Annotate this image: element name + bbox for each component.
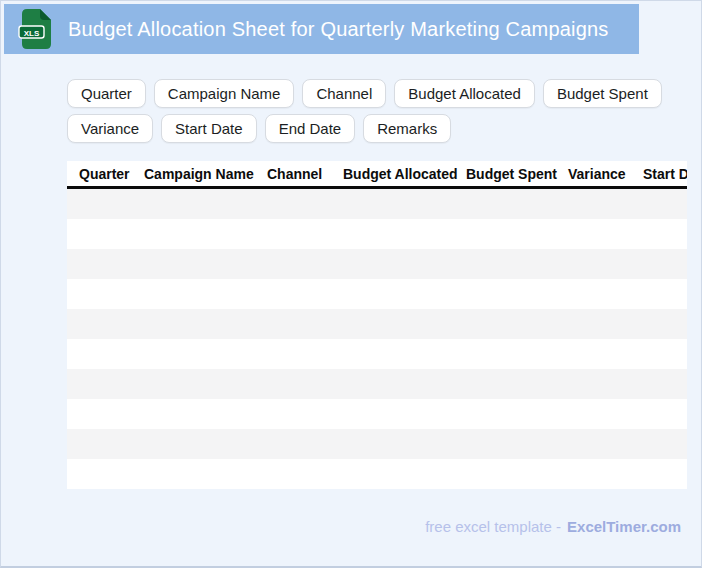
table-row	[67, 399, 687, 429]
table-row	[67, 429, 687, 459]
chip-budget-spent[interactable]: Budget Spent	[543, 79, 662, 108]
column-chips: Quarter Campaign Name Channel Budget All…	[67, 79, 699, 143]
table-row	[67, 279, 687, 309]
chip-campaign-name[interactable]: Campaign Name	[154, 79, 295, 108]
xls-band-label: XLS	[24, 29, 40, 38]
col-header-budget-spent: Budget Spent	[466, 166, 557, 182]
table-header-row: Quarter Campaign Name Channel Budget All…	[67, 161, 687, 189]
page-title: Budget Allocation Sheet for Quarterly Ma…	[68, 18, 609, 41]
chip-remarks[interactable]: Remarks	[363, 114, 451, 143]
table-row	[67, 309, 687, 339]
footer-text: free excel template -	[425, 518, 561, 535]
col-header-quarter: Quarter	[79, 166, 130, 182]
table-row	[67, 249, 687, 279]
table-row	[67, 339, 687, 369]
file-fold	[40, 9, 51, 20]
col-header-campaign-name: Campaign Name	[144, 166, 254, 182]
chip-budget-allocated[interactable]: Budget Allocated	[394, 79, 535, 108]
col-header-budget-allocated: Budget Allocated	[343, 166, 458, 182]
header-bar: XLS Budget Allocation Sheet for Quarterl…	[4, 4, 639, 54]
footer-brand-link[interactable]: ExcelTimer.com	[567, 518, 681, 535]
table-row	[67, 219, 687, 249]
chip-end-date[interactable]: End Date	[265, 114, 356, 143]
xls-file-icon: XLS	[18, 8, 54, 50]
col-header-variance: Variance	[568, 166, 626, 182]
table-row	[67, 459, 687, 489]
chip-start-date[interactable]: Start Date	[161, 114, 257, 143]
table-row	[67, 189, 687, 219]
chip-channel[interactable]: Channel	[302, 79, 386, 108]
footer: free excel template -ExcelTimer.com	[425, 518, 681, 535]
table-row	[67, 369, 687, 399]
budget-table: Quarter Campaign Name Channel Budget All…	[67, 161, 687, 489]
col-header-start-date: Start Date	[643, 166, 687, 182]
chip-quarter[interactable]: Quarter	[67, 79, 146, 108]
table-body	[67, 189, 687, 489]
chip-variance[interactable]: Variance	[67, 114, 153, 143]
col-header-channel: Channel	[267, 166, 322, 182]
